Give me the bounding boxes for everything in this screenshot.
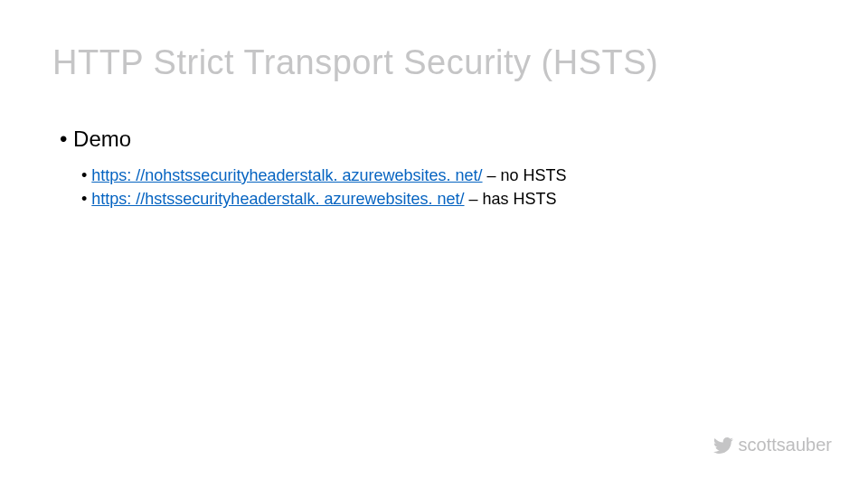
sub-bullet-list: • https: //nohstssecurityheaderstalk. az… [81,164,567,212]
footer-handle: scottsauber [739,435,832,455]
twitter-icon [713,436,733,455]
bullet-demo: • Demo [60,127,131,152]
suffix-no-hsts: – no HSTS [483,166,567,184]
sub-bullet-item: • https: //hstssecurityheaderstalk. azur… [81,188,567,210]
slide: HTTP Strict Transport Security (HSTS) • … [0,0,868,488]
link-no-hsts[interactable]: https: //nohstssecurityheaderstalk. azur… [91,166,482,184]
footer: scottsauber [713,435,832,455]
link-has-hsts[interactable]: https: //hstssecurityheaderstalk. azurew… [91,190,464,208]
sub-bullet-item: • https: //nohstssecurityheaderstalk. az… [81,164,567,186]
slide-title: HTTP Strict Transport Security (HSTS) [52,43,658,82]
bullet-demo-label: Demo [73,127,131,151]
suffix-has-hsts: – has HSTS [465,190,557,208]
